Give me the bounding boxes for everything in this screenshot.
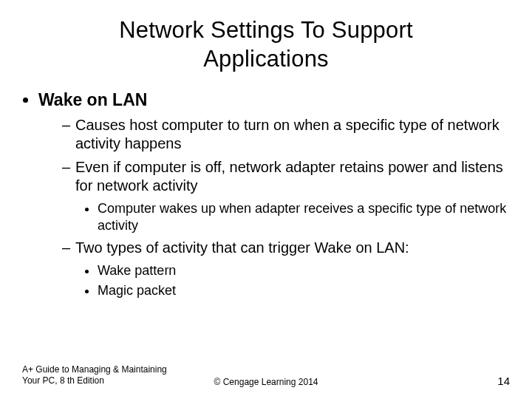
slide: Network Settings To Support Applications… xyxy=(0,0,532,399)
bullet-list-level2: Causes host computer to turn on when a s… xyxy=(38,116,510,299)
title-line-2: Applications xyxy=(203,46,329,72)
footer-page-number: 14 xyxy=(497,375,510,387)
bullet-list-level1: Wake on LAN Causes host computer to turn… xyxy=(22,90,510,299)
bullet-list-level3-b: Wake pattern Magic packet xyxy=(75,262,510,299)
sub-bullet-1: Causes host computer to turn on when a s… xyxy=(62,116,510,154)
sub-sub-bullet-wake-pattern: Wake pattern xyxy=(98,262,510,279)
slide-title: Network Settings To Support Applications xyxy=(0,0,532,74)
sub-bullet-2: Even if computer is off, network adapter… xyxy=(62,158,510,234)
bullet-wake-on-lan-label: Wake on LAN xyxy=(38,90,147,109)
sub-bullet-3: Two types of activity that can trigger W… xyxy=(62,239,510,299)
footer-copyright: © Cengage Learning 2014 xyxy=(214,377,318,387)
sub-sub-bullet-magic-packet: Magic packet xyxy=(98,282,510,299)
sub-bullet-3-text: Two types of activity that can trigger W… xyxy=(75,239,409,256)
slide-footer: A+ Guide to Managing & Maintaining Your … xyxy=(22,364,510,387)
title-line-1: Network Settings To Support xyxy=(119,17,413,43)
footer-book-title: A+ Guide to Managing & Maintaining Your … xyxy=(22,364,185,387)
bullet-list-level3-a: Computer wakes up when adapter receives … xyxy=(75,200,510,234)
slide-content: Wake on LAN Causes host computer to turn… xyxy=(0,74,532,299)
sub-bullet-2-text: Even if computer is off, network adapter… xyxy=(75,159,503,194)
sub-sub-bullet-1: Computer wakes up when adapter receives … xyxy=(98,200,510,234)
bullet-wake-on-lan: Wake on LAN Causes host computer to turn… xyxy=(38,90,510,299)
